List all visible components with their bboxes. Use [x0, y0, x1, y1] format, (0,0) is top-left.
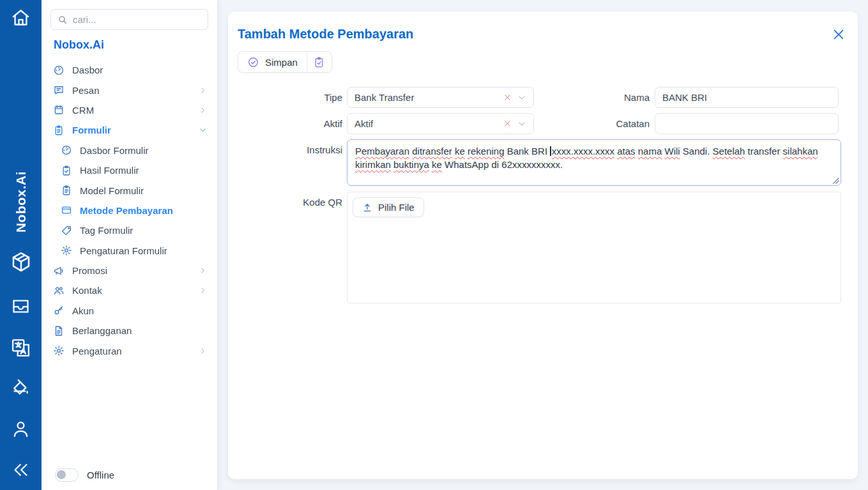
clipboard-check-button[interactable] — [307, 52, 331, 72]
instruksi-textarea[interactable]: Pembayaran ditransfer ke rekening Bank B… — [347, 139, 841, 186]
tipe-select-value: Bank Transfer — [354, 92, 414, 103]
sidebar-brand: Nobox.Ai — [54, 38, 104, 52]
sidebar-item-dasbor[interactable]: Dasbor — [47, 60, 213, 80]
collapse-sidebar-icon[interactable] — [10, 459, 31, 480]
sidebar-item-formulir[interactable]: Formulir — [47, 120, 213, 140]
users-icon — [53, 285, 65, 296]
inbox-icon[interactable] — [10, 296, 31, 317]
sidebar-item-label: Model Formulir — [80, 185, 144, 196]
payment-method-card: Tambah Metode Pembayaran Simpan Tipe Ban… — [228, 11, 858, 479]
pilih-file-button[interactable]: Pilih File — [353, 197, 424, 217]
clipboard-list-icon — [61, 185, 72, 196]
toolbar: Simpan — [238, 51, 332, 73]
left-rail: Nobox.Ai — [0, 0, 42, 490]
aktif-select[interactable]: Aktif — [347, 113, 534, 134]
card-icon — [61, 204, 72, 216]
rail-brand-vertical: Nobox.Ai — [13, 171, 29, 233]
tag-icon — [61, 225, 72, 236]
cube-logo-icon — [10, 250, 33, 276]
chevron-right-icon — [199, 286, 207, 295]
clipboard-list-icon — [53, 125, 65, 136]
resize-handle-icon[interactable] — [833, 178, 839, 184]
sidebar-item-label: Akun — [72, 305, 94, 316]
sidebar-item-label: Kontak — [72, 285, 102, 296]
offline-toggle[interactable] — [55, 468, 79, 482]
sidebar-item-label: Berlangganan — [72, 325, 132, 336]
sidebar-item-tag-formulir[interactable]: Tag Formulir — [47, 220, 213, 240]
sidebar-item-berlangganan[interactable]: Berlangganan — [47, 321, 213, 341]
gear-icon — [61, 245, 72, 256]
sidebar-item-label: Promosi — [72, 265, 107, 276]
check-circle-icon — [247, 56, 259, 68]
sidebar-item-label: Dasbor Formulir — [80, 145, 149, 156]
nama-input-value: BANK BRI — [662, 92, 707, 103]
message-icon — [53, 84, 65, 96]
nama-input[interactable]: BANK BRI — [655, 87, 839, 108]
chevron-right-icon — [199, 347, 207, 355]
home-icon[interactable] — [10, 7, 31, 28]
sidebar-item-label: Tag Formulir — [80, 225, 133, 236]
gear-icon — [53, 345, 65, 356]
chevron-right-icon — [199, 266, 207, 275]
sidebar-item-promosi[interactable]: Promosi — [47, 261, 213, 280]
paint-bucket-icon[interactable] — [10, 378, 31, 399]
search-icon — [57, 15, 68, 25]
gauge-icon — [53, 65, 65, 76]
clear-icon[interactable] — [503, 119, 512, 128]
key-icon — [53, 305, 65, 316]
sidebar-item-dasbor-formulir[interactable]: Dasbor Formulir — [47, 141, 213, 160]
sidebar: Nobox.Ai Dasbor Pesan CRM Formulir Dasbo… — [42, 0, 217, 490]
calendar-icon — [53, 104, 65, 116]
search-input[interactable] — [73, 14, 201, 25]
close-icon[interactable] — [832, 27, 846, 42]
text-caret — [550, 146, 551, 156]
sidebar-item-pesan[interactable]: Pesan — [47, 80, 213, 100]
offline-control: Offline — [55, 468, 114, 482]
sidebar-item-model-formulir[interactable]: Model Formulir — [47, 180, 213, 200]
chevron-right-icon — [199, 106, 207, 114]
tipe-select[interactable]: Bank Transfer — [347, 87, 534, 108]
translate-icon[interactable] — [10, 337, 31, 358]
sidebar-item-label: Pengaturan Formulir — [80, 245, 167, 256]
sidebar-item-metode-pembayaran[interactable]: Metode Pembayaran — [47, 201, 213, 220]
clear-icon[interactable] — [503, 93, 512, 102]
sidebar-nav: Dasbor Pesan CRM Formulir Dasbor Formuli… — [47, 60, 213, 361]
sidebar-item-pengaturan[interactable]: Pengaturan — [47, 341, 213, 360]
sidebar-item-hasil-formulir[interactable]: Hasil Formulir — [47, 160, 213, 180]
save-button[interactable]: Simpan — [238, 52, 307, 72]
clipboard-check-icon — [61, 165, 72, 176]
user-icon[interactable] — [10, 418, 31, 440]
nama-label: Nama — [522, 87, 650, 108]
pilih-file-label: Pilih File — [378, 202, 415, 213]
sidebar-item-label: Pengaturan — [72, 346, 122, 356]
tipe-label: Tipe — [228, 87, 342, 108]
file-text-icon — [53, 325, 65, 337]
save-button-label: Simpan — [265, 57, 298, 68]
sidebar-item-label: Dasbor — [72, 65, 103, 75]
aktif-select-value: Aktif — [354, 118, 373, 129]
search-box — [50, 9, 208, 30]
main-area: Tambah Metode Pembayaran Simpan Tipe Ban… — [217, 0, 868, 490]
sidebar-item-crm[interactable]: CRM — [47, 100, 213, 120]
upload-icon — [362, 203, 372, 213]
kode-qr-dropzone[interactable]: Pilih File — [347, 192, 841, 303]
clipboard-check-icon — [313, 56, 325, 68]
chevron-right-icon — [199, 86, 207, 95]
megaphone-icon — [53, 265, 65, 277]
sidebar-item-akun[interactable]: Akun — [47, 301, 213, 321]
sidebar-item-label: Formulir — [72, 125, 111, 135]
sidebar-item-label: Pesan — [72, 85, 100, 96]
kode-qr-label: Kode QR — [228, 192, 342, 213]
instruksi-label: Instruksi — [228, 139, 342, 160]
sidebar-item-pengaturan-formulir[interactable]: Pengaturan Formulir — [47, 241, 213, 261]
sidebar-item-kontak[interactable]: Kontak — [47, 280, 213, 300]
sidebar-item-label: CRM — [72, 105, 94, 116]
sidebar-item-label: Metode Pembayaran — [80, 205, 173, 216]
aktif-label: Aktif — [228, 113, 342, 134]
toggle-knob — [57, 470, 66, 479]
gauge-icon — [61, 144, 72, 156]
page-title: Tambah Metode Pembayaran — [238, 27, 413, 42]
catatan-input[interactable] — [655, 113, 839, 134]
offline-label: Offline — [87, 470, 114, 480]
sidebar-item-label: Hasil Formulir — [80, 165, 139, 176]
